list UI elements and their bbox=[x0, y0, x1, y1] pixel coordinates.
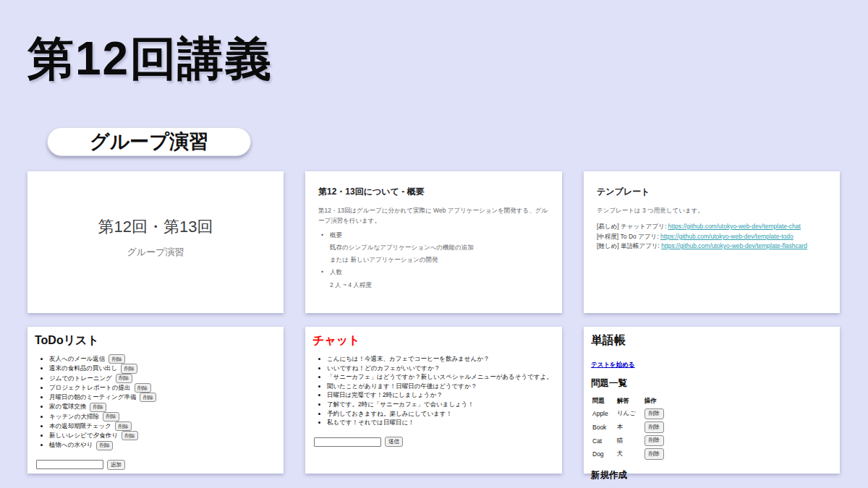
todo-item-text: 月曜日の朝のミーティング準備 bbox=[49, 393, 136, 401]
col-action: 操作 bbox=[644, 395, 673, 407]
flashcard-row: Dog 犬 削除 bbox=[592, 448, 673, 461]
chat-message-input[interactable] bbox=[314, 437, 381, 447]
delete-todo-button[interactable]: 削除 bbox=[122, 431, 138, 440]
todo-item: 新しいレシピで夕食作り削除 bbox=[49, 431, 276, 440]
new-card-heading: 新規作成 bbox=[591, 469, 833, 481]
slide-card-subtitle: グループ演習 bbox=[127, 246, 184, 259]
lecture-slide: 第12回講義 グループ演習 第12回・第13回 グループ演習 第12・13回につ… bbox=[0, 0, 868, 488]
todo-add-form: 追加 bbox=[36, 460, 276, 471]
page-title: 第12回講義 bbox=[27, 27, 273, 90]
flashcard-answer: 本 bbox=[617, 421, 644, 435]
delete-todo-button[interactable]: 削除 bbox=[116, 374, 132, 383]
flashcard-row: Book 本 削除 bbox=[592, 421, 673, 435]
col-question: 問題 bbox=[592, 395, 617, 407]
delete-todo-button[interactable]: 削除 bbox=[96, 441, 113, 450]
flashcard-row: Cat 猫 削除 bbox=[592, 434, 673, 448]
delete-flashcard-button[interactable]: 削除 bbox=[644, 421, 664, 433]
flashcard-question: Dog bbox=[592, 448, 617, 461]
overview-subitem: 2 人 ~ 4 人程度 bbox=[321, 281, 549, 289]
chat-message: 聞いたことがあります！日曜日の午後はどうですか？ bbox=[327, 382, 555, 391]
todo-item-text: 友人へのメール返信 bbox=[49, 355, 105, 362]
flashcard-action-cell: 削除 bbox=[644, 421, 673, 435]
slide-card-title: 第12回・第13回 bbox=[98, 216, 213, 238]
chat-message-list: こんにちは！今週末、カフェでコーヒーを飲みませんか？ いいですね！どのカフェがい… bbox=[315, 354, 555, 427]
template-link-line: [易しめ] チャットアプリ: https://github.com/utokyo… bbox=[597, 222, 827, 232]
overview-subitem: 既存のシンプルなアプリケーションへの機能の追加 bbox=[321, 244, 549, 252]
delete-flashcard-button[interactable]: 削除 bbox=[644, 448, 664, 460]
todo-item-text: プロジェクトレポートの提出 bbox=[49, 384, 131, 391]
todo-item: 植物への水やり削除 bbox=[49, 440, 276, 450]
overview-heading: 第12・13回について - 概要 bbox=[318, 186, 549, 198]
template-card: テンプレート テンプレートは 3 つ用意しています。 [易しめ] チャットアプリ… bbox=[584, 171, 840, 313]
todo-item-text: ジムでのトレーニング bbox=[49, 374, 112, 382]
delete-flashcard-button[interactable]: 削除 bbox=[644, 408, 664, 420]
start-test-link[interactable]: テストを始める bbox=[591, 361, 635, 369]
todo-item-text: 本の返却期限チェック bbox=[49, 422, 111, 429]
todo-item: 家の電球交換削除 bbox=[49, 402, 276, 411]
template-todo-link[interactable]: https://github.com/utokyo-web-dev/templa… bbox=[660, 233, 793, 240]
chat-app-card: チャット こんにちは！今週末、カフェでコーヒーを飲みませんか？ いいですね！どの… bbox=[305, 327, 562, 474]
delete-todo-button[interactable]: 削除 bbox=[121, 364, 137, 373]
template-flashcard-link[interactable]: https://github.com/utokyo-web-dev/templa… bbox=[661, 242, 807, 249]
chat-heading: チャット bbox=[312, 333, 555, 348]
send-message-button[interactable]: 送信 bbox=[385, 437, 403, 448]
delete-todo-button[interactable]: 削除 bbox=[140, 393, 156, 402]
delete-todo-button[interactable]: 削除 bbox=[135, 383, 151, 393]
chat-message: いいですね！どのカフェがいいですか？ bbox=[327, 364, 555, 373]
todo-item: 月曜日の朝のミーティング準備削除 bbox=[49, 393, 276, 402]
template-chat-link[interactable]: https://github.com/utokyo-web-dev/templa… bbox=[668, 223, 801, 230]
flashcard-action-cell: 削除 bbox=[644, 448, 673, 461]
flashcard-table-header-row: 問題 解答 操作 bbox=[592, 395, 673, 407]
todo-heading: ToDoリスト bbox=[35, 333, 276, 348]
chat-message: 「サニーカフェ」はどうですか？新しいスペシャルメニューがあるそうですよ。 bbox=[327, 372, 555, 382]
overview-bullet: 概要 bbox=[321, 231, 549, 239]
chat-send-form: 送信 bbox=[314, 437, 555, 448]
todo-item: 友人へのメール返信削除 bbox=[49, 354, 276, 364]
overview-bullet: 人数 bbox=[321, 268, 549, 276]
flashcard-question: Book bbox=[592, 421, 617, 435]
overview-intro: 第12・13回はグループに分かれて実際に Web アプリケーションを開発する、グ… bbox=[318, 205, 549, 226]
template-links: [易しめ] チャットアプリ: https://github.com/utokyo… bbox=[597, 222, 827, 252]
new-todo-input[interactable] bbox=[36, 460, 103, 469]
todo-app-card: ToDoリスト 友人へのメール返信削除 週末の食料品の買い出し削除 ジムでのトレ… bbox=[27, 327, 284, 474]
flashcard-answer: 猫 bbox=[617, 434, 644, 448]
slide-title-card: 第12回・第13回 グループ演習 bbox=[27, 171, 284, 313]
todo-item: 本の返却期限チェック削除 bbox=[49, 421, 276, 431]
todo-item: プロジェクトレポートの提出削除 bbox=[49, 383, 276, 393]
chat-message: 私もです！それでは日曜日に！ bbox=[327, 418, 555, 427]
overview-card: 第12・13回について - 概要 第12・13回はグループに分かれて実際に We… bbox=[305, 171, 562, 313]
flashcard-row: Apple りんご 削除 bbox=[592, 407, 673, 421]
delete-flashcard-button[interactable]: 削除 bbox=[644, 435, 664, 447]
template-link-line: [難しめ] 単語帳アプリ: https://github.com/utokyo-… bbox=[597, 241, 827, 252]
add-todo-button[interactable]: 追加 bbox=[107, 460, 125, 471]
delete-todo-button[interactable]: 削除 bbox=[109, 354, 125, 364]
delete-todo-button[interactable]: 削除 bbox=[115, 421, 132, 431]
todo-item-text: キッチンの大掃除 bbox=[49, 413, 99, 420]
flashcard-question: Cat bbox=[592, 434, 617, 448]
template-link-prefix: [難しめ] 単語帳アプリ: bbox=[597, 242, 661, 249]
chat-message: こんにちは！今週末、カフェでコーヒーを飲みませんか？ bbox=[327, 354, 555, 364]
todo-item: キッチンの大掃除削除 bbox=[49, 412, 276, 421]
overview-subitem: または 新しいアプリケーションの開発 bbox=[321, 256, 549, 264]
template-link-line: [中程度] To Do アプリ: https://github.com/utok… bbox=[597, 232, 827, 242]
template-link-prefix: [易しめ] チャットアプリ: bbox=[597, 223, 668, 230]
todo-list: 友人へのメール返信削除 週末の食料品の買い出し削除 ジムでのトレーニング削除 プ… bbox=[38, 354, 276, 450]
flashcard-question: Apple bbox=[592, 407, 617, 421]
todo-item-text: 家の電球交換 bbox=[49, 403, 86, 410]
flashcard-table: 問題 解答 操作 Apple りんご 削除 Book 本 削除 Cat bbox=[592, 395, 673, 461]
todo-item-text: 新しいレシピで夕食作り bbox=[49, 432, 118, 439]
todo-item-text: 週末の食料品の買い出し bbox=[49, 364, 117, 372]
group-exercise-badge: グループ演習 bbox=[47, 127, 251, 156]
overview-list: 概要 既存のシンプルなアプリケーションへの機能の追加 または 新しいアプリケーシ… bbox=[321, 231, 549, 288]
todo-item: ジムでのトレーニング削除 bbox=[49, 374, 276, 383]
flashcard-answer: 犬 bbox=[617, 448, 644, 461]
flashcard-heading: 単語帳 bbox=[591, 333, 833, 348]
template-intro: テンプレートは 3 つ用意しています。 bbox=[597, 205, 827, 215]
flashcard-answer: りんご bbox=[617, 407, 644, 421]
delete-todo-button[interactable]: 削除 bbox=[103, 412, 119, 421]
col-answer: 解答 bbox=[617, 395, 644, 407]
chat-message: 予約しておきますね。楽しみにしています！ bbox=[327, 409, 555, 419]
todo-item-text: 植物への水やり bbox=[49, 441, 93, 448]
chat-message: 日曜日は完璧です！2時にしましょうか？ bbox=[327, 390, 555, 400]
delete-todo-button[interactable]: 削除 bbox=[90, 403, 106, 412]
